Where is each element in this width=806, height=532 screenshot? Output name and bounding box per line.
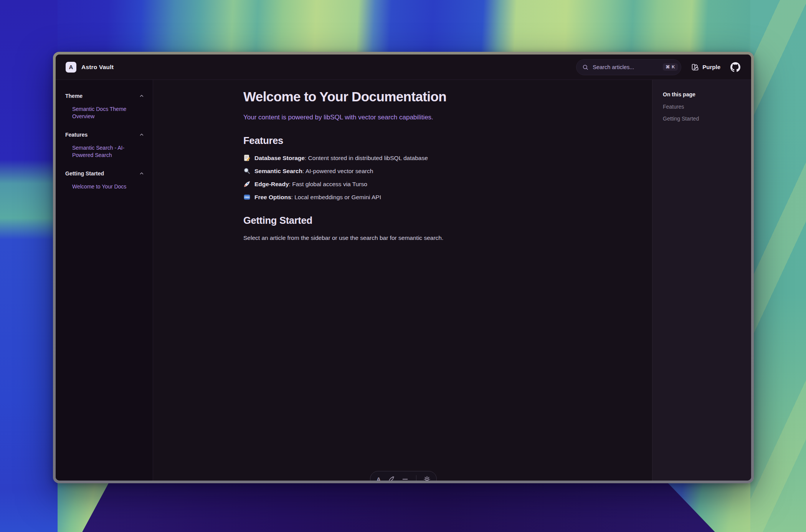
app-logo-letter: A [69,64,73,70]
audit-bar-icon[interactable] [402,476,408,481]
theme-button[interactable]: Purple [691,63,720,71]
getting-started-paragraph: Select an article from the sidebar or us… [243,235,564,241]
sidebar-section-getting-started: Getting Started Welcome to Your Docs [65,170,146,190]
settings-gear-icon[interactable] [424,476,430,481]
swatch-book-icon [691,63,699,71]
getting-started-heading: Getting Started [243,215,564,226]
search-shortcut-badge: ⌘ K [663,63,678,71]
toc-title: On this page [663,91,743,97]
feature-text: Database Storage: Content stored in dist… [254,154,428,162]
feature-text: Semantic Search: AI-powered vector searc… [254,167,373,175]
theme-button-label: Purple [702,64,720,70]
main-content: Welcome to Your Documentation Your conte… [153,80,652,481]
toc-link-features[interactable]: Features [663,104,743,110]
sidebar-item-semantic-search[interactable]: Semantic Search - AI-Powered Search [72,144,128,159]
sidebar-section-label: Theme [65,93,83,99]
github-link[interactable] [730,62,740,72]
feature-item-free-options: FREE Free Options: Local embeddings or G… [243,193,564,201]
github-icon [730,62,740,72]
magnifier-emoji-icon [243,167,251,175]
sidebar-section-features-header[interactable]: Features [65,132,146,138]
toolbar-divider [416,475,416,481]
search-bar[interactable]: Search articles... ⌘ K [576,59,681,75]
wallpaper-left-strip [0,0,58,532]
memo-emoji-icon [243,154,251,162]
chevron-up-icon [139,93,144,99]
chevron-up-icon [139,171,144,176]
sidebar-section-features: Features Semantic Search - AI-Powered Se… [65,132,146,159]
feature-item-semantic-search: Semantic Search: AI-powered vector searc… [243,167,564,175]
svg-text:FREE: FREE [244,196,250,198]
free-emoji-icon: FREE [243,193,251,201]
sidebar-section-getting-started-header[interactable]: Getting Started [65,170,146,177]
features-heading: Features [243,135,564,146]
dev-toolbar[interactable]: A [370,471,437,481]
sidebar-section-theme-header[interactable]: Theme [65,93,146,99]
toc-link-getting-started[interactable]: Getting Started [663,116,743,122]
toc-panel: On this page Features Getting Started [652,80,751,481]
feature-item-database-storage: Database Storage: Content stored in dist… [243,154,564,162]
window-body: Theme Semantic Docs Theme Overview Featu… [56,80,751,481]
sidebar-item-welcome-to-your-docs[interactable]: Welcome to Your Docs [72,183,128,190]
wallpaper-right-strip [750,0,806,532]
search-icon [582,64,588,70]
sidebar-section-label: Getting Started [65,170,104,177]
sidebar: Theme Semantic Docs Theme Overview Featu… [56,80,153,481]
chevron-up-icon [139,132,144,137]
search-placeholder: Search articles... [593,64,663,70]
feature-item-edge-ready: Edge-Ready: Fast global access via Turso [243,180,564,188]
rocket-emoji-icon [243,180,251,188]
sidebar-section-theme: Theme Semantic Docs Theme Overview [65,93,146,120]
article: Welcome to Your Documentation Your conte… [243,80,564,241]
app-window: A Astro Vault Search articles... ⌘ K [53,52,754,483]
app-logo[interactable]: A [66,62,76,73]
header-actions: Search articles... ⌘ K Purple [576,59,740,75]
sidebar-section-label: Features [65,132,88,138]
page-intro: Your content is powered by libSQL with v… [243,114,564,121]
sidebar-item-semantic-docs-theme-overview[interactable]: Semantic Docs Theme Overview [72,106,128,120]
page-title: Welcome to Your Documentation [243,89,564,104]
feature-text: Free Options: Local embeddings or Gemini… [254,193,381,201]
window-inner: A Astro Vault Search articles... ⌘ K [56,55,751,481]
astro-logo-icon[interactable]: A [377,476,381,481]
brand[interactable]: A Astro Vault [66,62,114,73]
app-title: Astro Vault [81,64,114,71]
app-header: A Astro Vault Search articles... ⌘ K [56,55,751,80]
inspect-rocket-icon[interactable] [388,476,395,481]
feature-text: Edge-Ready: Fast global access via Turso [254,180,367,188]
features-list: Database Storage: Content stored in dist… [243,154,564,201]
